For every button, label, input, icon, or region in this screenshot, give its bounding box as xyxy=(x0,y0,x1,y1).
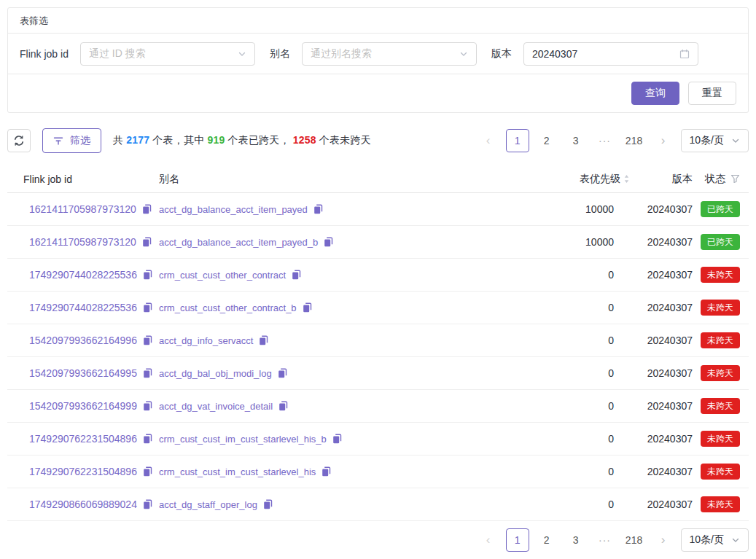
page-size-select[interactable]: 10条/页 xyxy=(681,129,749,152)
status-badge: 未跨天 xyxy=(701,496,740,512)
copy-icon[interactable] xyxy=(332,434,342,444)
status-cell: 未跨天 xyxy=(693,398,740,414)
table-row: 1542097993662164995 acct_dg_bal_obj_modi… xyxy=(7,357,749,390)
chevron-down-icon xyxy=(238,50,246,58)
filter-lines-icon xyxy=(53,136,63,146)
job-id-link[interactable]: 1749290744028225536 xyxy=(29,269,137,281)
page-item-2[interactable]: 2 xyxy=(535,528,558,552)
total-count: 2177 xyxy=(126,134,149,146)
page-next-button[interactable]: › xyxy=(652,528,675,552)
copy-icon[interactable] xyxy=(278,368,287,378)
filter-panel: 表筛选 Flink job id 通过 ID 搜索 别名 通过别名搜索 版本 2… xyxy=(7,7,749,113)
alias-link[interactable]: crm_cust_cust_other_contract_b xyxy=(159,302,297,313)
job-id-link[interactable]: 1621411705987973120 xyxy=(29,203,136,215)
version-cell: 20240307 xyxy=(630,302,693,313)
job-id-link[interactable]: 1542097993662164995 xyxy=(29,367,137,379)
alias-cell: crm_cust_cust_other_contract xyxy=(159,270,521,281)
query-button[interactable]: 查询 xyxy=(631,82,679,105)
status-cell: 未跨天 xyxy=(693,464,740,480)
job-id-link[interactable]: 1749290762231504896 xyxy=(29,466,137,477)
page-item-3[interactable]: 3 xyxy=(564,528,588,552)
alias-link[interactable]: crm_cust_cust_im_cust_starlevel_his_b xyxy=(159,434,327,445)
reset-button[interactable]: 重置 xyxy=(688,82,736,105)
alias-label: 别名 xyxy=(270,47,290,60)
table-row: 1749290762231504896 crm_cust_cust_im_cus… xyxy=(7,456,749,488)
alias-select[interactable]: 通过别名搜索 xyxy=(302,42,477,66)
status-cell: 未跨天 xyxy=(693,267,740,283)
job-id-cell: 1621411705987973120 xyxy=(16,236,159,248)
copy-icon[interactable] xyxy=(143,401,152,411)
sort-caret-icon[interactable] xyxy=(623,173,630,184)
col-status[interactable]: 状态 xyxy=(693,173,740,186)
page-prev-button[interactable]: ‹ xyxy=(477,129,500,152)
page-prev-button[interactable]: ‹ xyxy=(477,528,500,552)
copy-icon[interactable] xyxy=(142,204,152,214)
copy-icon[interactable] xyxy=(143,302,152,313)
copy-icon[interactable] xyxy=(322,466,331,477)
copy-icon[interactable] xyxy=(292,270,301,280)
table-body: 1621411705987973120 acct_dg_balance_acct… xyxy=(7,193,749,521)
version-date-input[interactable]: 20240307 xyxy=(523,42,698,66)
priority-cell: 0 xyxy=(521,400,630,412)
alias-link[interactable]: crm_cust_cust_other_contract xyxy=(159,270,286,281)
alias-link[interactable]: crm_cust_cust_im_cust_starlevel_his xyxy=(159,466,316,477)
tables-table: Flink job id 别名 表优先级 版本 状态 1621411705987… xyxy=(7,165,749,521)
job-id-cell: 1749290762231504896 xyxy=(16,466,159,477)
copy-icon[interactable] xyxy=(143,466,152,477)
job-id-link[interactable]: 1621411705987973120 xyxy=(29,236,136,248)
page-item-218[interactable]: 218 xyxy=(623,129,646,152)
alias-link[interactable]: acct_dg_bal_obj_modi_log xyxy=(159,368,272,379)
copy-icon[interactable] xyxy=(303,302,312,313)
page-item-1[interactable]: 1 xyxy=(506,528,529,552)
copy-icon[interactable] xyxy=(143,499,152,509)
page-item-2[interactable]: 2 xyxy=(535,129,558,152)
alias-link[interactable]: acct_dg_balance_acct_item_payed xyxy=(159,204,308,215)
copy-icon[interactable] xyxy=(143,434,152,444)
alias-link[interactable]: acct_dg_staff_oper_log xyxy=(159,499,257,510)
copy-icon[interactable] xyxy=(143,368,152,378)
job-id-link[interactable]: 1749290866069889024 xyxy=(29,499,137,510)
col-version: 版本 xyxy=(630,173,693,186)
page-item-218[interactable]: 218 xyxy=(623,528,646,552)
status-badge: 未跨天 xyxy=(701,464,740,480)
alias-link[interactable]: acct_dg_balance_acct_item_payed_b xyxy=(159,237,318,248)
col-status-label: 状态 xyxy=(705,173,725,186)
filter-toggle-label: 筛选 xyxy=(70,134,90,147)
table-row: 1621411705987973120 acct_dg_balance_acct… xyxy=(7,193,749,226)
flink-job-id-placeholder: 通过 ID 搜索 xyxy=(89,47,146,60)
pagination-pages: ‹123···218› xyxy=(477,129,675,152)
job-id-link[interactable]: 1749290744028225536 xyxy=(29,302,137,313)
bottom-pagination-wrap: ‹123···218› 10条/页 xyxy=(7,528,749,552)
table-row: 1542097993662164999 acct_dg_vat_invoice_… xyxy=(7,390,749,423)
page-ellipsis[interactable]: ··· xyxy=(593,129,617,152)
funnel-filter-icon[interactable] xyxy=(730,174,740,184)
page-size-select[interactable]: 10条/页 xyxy=(681,528,749,552)
copy-icon[interactable] xyxy=(313,204,323,214)
summary-part: 个表已跨天， xyxy=(225,134,292,146)
filter-toggle-button[interactable]: 筛选 xyxy=(42,128,101,153)
table-row: 1749290762231504896 crm_cust_cust_im_cus… xyxy=(7,423,749,456)
page-item-3[interactable]: 3 xyxy=(564,129,588,152)
copy-icon[interactable] xyxy=(278,401,288,411)
version-cell: 20240307 xyxy=(630,269,693,281)
table-row: 1749290866069889024 acct_dg_staff_oper_l… xyxy=(7,488,749,521)
copy-icon[interactable] xyxy=(259,335,268,345)
job-id-link[interactable]: 1542097993662164999 xyxy=(29,400,137,412)
copy-icon[interactable] xyxy=(263,499,273,509)
col-priority[interactable]: 表优先级 xyxy=(521,173,630,186)
page-next-button[interactable]: › xyxy=(652,129,675,152)
table-row: 1749290744028225536 crm_cust_cust_other_… xyxy=(7,292,749,324)
flink-job-id-select[interactable]: 通过 ID 搜索 xyxy=(80,42,255,66)
alias-link[interactable]: acct_dg_vat_invoice_detail xyxy=(159,401,273,412)
copy-icon[interactable] xyxy=(143,270,152,280)
page-ellipsis[interactable]: ··· xyxy=(593,528,617,552)
page-item-1[interactable]: 1 xyxy=(506,129,529,152)
copy-icon[interactable] xyxy=(324,237,333,247)
refresh-button[interactable] xyxy=(7,129,31,152)
job-id-link[interactable]: 1542097993662164996 xyxy=(29,335,137,346)
alias-link[interactable]: acct_dg_info_servacct xyxy=(159,335,253,346)
copy-icon[interactable] xyxy=(143,335,152,345)
alias-cell: acct_dg_vat_invoice_detail xyxy=(159,401,521,412)
copy-icon[interactable] xyxy=(142,237,152,247)
job-id-link[interactable]: 1749290762231504896 xyxy=(29,433,137,445)
